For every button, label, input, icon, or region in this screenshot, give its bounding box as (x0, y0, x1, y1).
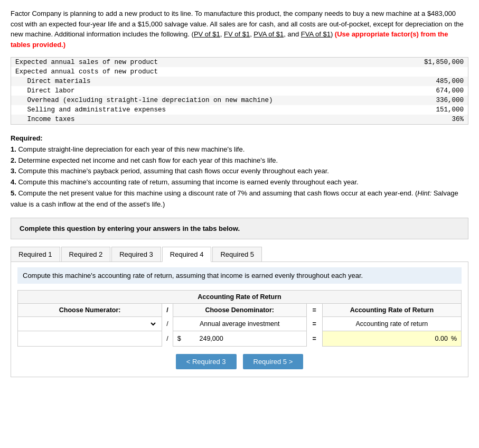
row-value: 485,000 (398, 77, 468, 86)
row-value: 36% (398, 115, 468, 125)
accounting-rate-table: Accounting Rate of Return Choose Numerat… (17, 290, 462, 347)
row-value: $1,850,000 (398, 58, 468, 68)
required-item-5: 5. Compute the net present value for thi… (11, 188, 468, 210)
row-label: Selling and administrative expenses (11, 105, 398, 115)
table-row: Income taxes 36% (11, 115, 468, 125)
required-item-4: 4. Compute this machine's accounting rat… (11, 177, 468, 188)
label-row: Annual net income / Annual average inves… (18, 316, 462, 331)
slash-cell-2: / (162, 331, 173, 346)
equals-header: = (306, 303, 322, 316)
choose-label-row: Choose Numerator: / Choose Denominator: … (18, 303, 462, 316)
result-value-cell[interactable]: % (322, 331, 461, 346)
fva-link[interactable]: FVA of $1 (301, 30, 331, 38)
table-row: Expected annual sales of new product $1,… (11, 58, 468, 68)
numerator-select[interactable]: Annual net income (22, 320, 157, 328)
equals-cell-2: = (306, 331, 322, 346)
row-value (398, 67, 468, 77)
table-row: Direct materials 485,000 (11, 77, 468, 86)
slash-cell: / (162, 316, 173, 331)
tab-required5[interactable]: Required 5 (212, 247, 262, 262)
intro-text: Factor Company is planning to add a new … (11, 8, 468, 50)
required-item-1: 1. Compute straight-line depreciation fo… (11, 144, 468, 155)
numerator-header: Choose Numerator: (18, 303, 162, 316)
denominator-label-cell: Annual average investment (173, 316, 306, 331)
value-row: / $ = % (18, 331, 462, 346)
intro-paragraph: Factor Company is planning to add a new … (11, 8, 468, 50)
dollar-sign: $ (177, 335, 181, 342)
table-row: Selling and administrative expenses 151,… (11, 105, 468, 115)
result-input[interactable] (418, 334, 450, 343)
denominator-value-cell[interactable]: $ (173, 331, 306, 346)
instruction-text: Complete this question by entering your … (20, 225, 240, 232)
tabs-container: Required 1 Required 2 Required 3 Require… (11, 247, 468, 262)
required-item-2: 2. Determine expected net income and net… (11, 155, 468, 166)
row-label: Expected annual sales of new product (11, 58, 398, 68)
slash-header: / (162, 303, 173, 316)
financial-data-table: Expected annual sales of new product $1,… (11, 57, 468, 125)
row-label: Direct materials (11, 77, 398, 86)
table-title: Accounting Rate of Return (18, 290, 462, 303)
denominator-header: Choose Denominator: (173, 303, 306, 316)
pv-link[interactable]: PV of $1 (194, 30, 220, 38)
required-item-3: 3. Compute this machine's payback period… (11, 166, 468, 177)
row-label: Direct labor (11, 86, 398, 96)
fv-link[interactable]: FV of $1 (224, 30, 250, 38)
required-title: Required: (11, 133, 468, 144)
navigation-buttons: < Required 3 Required 5 > (17, 354, 462, 369)
row-label: Expected annual costs of new product (11, 67, 398, 77)
result-header: Accounting Rate of Return (322, 303, 461, 316)
table-header-row: Accounting Rate of Return (18, 290, 462, 303)
table-row: Expected annual costs of new product (11, 67, 468, 77)
percent-sign: % (451, 335, 457, 342)
row-label: Overhead (excluding straight-line deprec… (11, 96, 398, 105)
row-value: 336,000 (398, 96, 468, 105)
row-value: 151,000 (398, 105, 468, 115)
tab-required4[interactable]: Required 4 (162, 247, 212, 262)
table-row: Direct labor 674,000 (11, 86, 468, 96)
numerator-dropdown-cell[interactable]: Annual net income (18, 316, 162, 331)
table-row: Overhead (excluding straight-line deprec… (11, 96, 468, 105)
row-label: Income taxes (11, 115, 398, 125)
numerator-input[interactable] (22, 334, 157, 343)
tab-content-area: Compute this machine's accounting rate o… (11, 262, 468, 377)
tab-required3[interactable]: Required 3 (111, 247, 161, 262)
tab-description: Compute this machine's accounting rate o… (17, 267, 462, 284)
prev-button[interactable]: < Required 3 (176, 354, 237, 369)
result-label: Accounting rate of return (355, 320, 428, 328)
numerator-input-cell[interactable] (18, 331, 162, 346)
tab-required2[interactable]: Required 2 (61, 247, 111, 262)
tab-required1[interactable]: Required 1 (11, 247, 60, 262)
required-section: Required: 1. Compute straight-line depre… (11, 133, 468, 210)
denominator-input[interactable] (183, 334, 226, 343)
row-value: 674,000 (398, 86, 468, 96)
pva-link[interactable]: PVA of $1 (253, 30, 284, 38)
result-label-cell: Accounting rate of return (322, 316, 461, 331)
next-button[interactable]: Required 5 > (243, 354, 304, 369)
instruction-box: Complete this question by entering your … (11, 218, 468, 239)
denominator-label: Annual average investment (200, 320, 279, 328)
equals-cell-1: = (306, 316, 322, 331)
